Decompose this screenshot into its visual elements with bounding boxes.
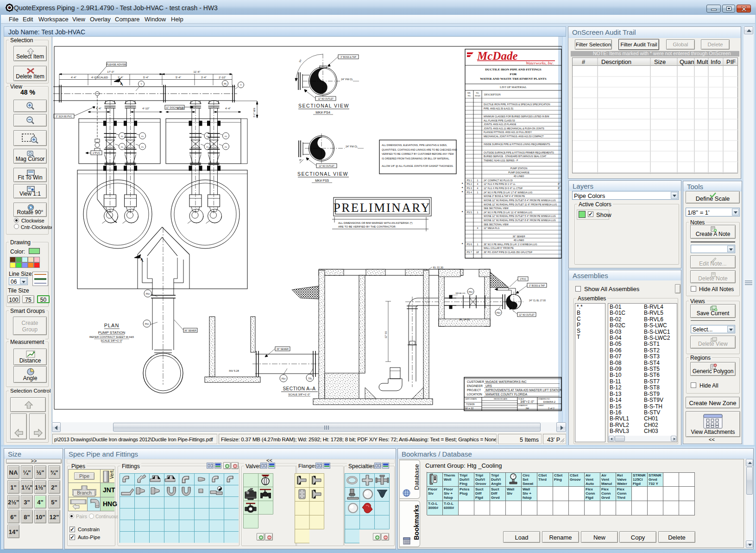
svg-text:PS?: PS? <box>146 293 150 296</box>
svg-text:REQD: REQD <box>475 95 480 97</box>
svg-text:4'-4": 4'-4" <box>96 107 101 110</box>
svg-text:4'-0"SCALED: 4'-0"SCALED <box>91 76 108 79</box>
svg-text:12" MJ OUTLET: 12" MJ OUTLET <box>519 314 535 316</box>
svg-text:12" SS: 12" SS <box>384 331 387 338</box>
svg-text:*: * <box>462 242 463 246</box>
svg-text:REVISION DATE: REVISION DATE <box>494 398 508 400</box>
svg-text:12" MEGA FLG: 12" MEGA FLG <box>484 227 499 229</box>
svg-text:MECHANICAL JOINT FITTINGS: ANS: MECHANICAL JOINT FITTINGS: ANSI A21.53 C… <box>484 135 544 138</box>
svg-text:7/29/09: 7/29/09 <box>466 403 474 406</box>
svg-text:2'-10": 2'-10" <box>219 76 226 79</box>
svg-text:*: * <box>462 210 463 214</box>
svg-text:JOINTS: ANSI A21.15 FLANGE: JOINTS: ANSI A21.15 FLANGE <box>484 123 517 126</box>
svg-text:PS 3: PS 3 <box>467 187 472 190</box>
svg-text:IS ORDERED FROM THIS DRAWING O: IS ORDERED FROM THIS DRAWING OR BILL OF … <box>382 157 450 160</box>
svg-text:17'-0": 17'-0" <box>107 70 114 73</box>
svg-text:MEGA LUG: MEGA LUG <box>456 292 466 294</box>
svg-text:1: 1 <box>477 191 479 194</box>
svg-text:PS?: PS? <box>469 291 473 294</box>
svg-text:24" MJ X PE PIPE DI LAY 17'-8": 24" MJ X PE PIPE DI LAY 17'-8" W/MEGA LU… <box>484 191 533 194</box>
svg-text:?: ? <box>141 83 142 86</box>
svg-text:1"PVC: 1"PVC <box>520 278 527 280</box>
svg-text:NO.: NO. <box>476 92 479 94</box>
svg-text:PS 6: PS 6 <box>467 243 472 246</box>
svg-text:5'-4": 5'-4" <box>143 76 149 79</box>
svg-text:P5: P5 <box>121 135 124 138</box>
svg-text:PRELIMINARY: PRELIMINARY <box>334 201 431 215</box>
svg-text:PUMP STATION: PUMP STATION <box>98 331 126 335</box>
svg-text:12" MJ OUTLET: 12" MJ OUTLET <box>319 165 334 167</box>
svg-text:SECTION A–A: SECTION A–A <box>283 386 315 391</box>
svg-text:PLEASE ADVISE: PLEASE ADVISE <box>107 63 126 66</box>
svg-text:24" FM CL: 24" FM CL <box>346 145 358 148</box>
svg-text:McDade: McDade <box>477 50 517 62</box>
svg-text:3" BOSS & TAP: 3" BOSS & TAP <box>340 56 356 58</box>
svg-text:W/ONE 12" MJ RADIAL PIPE OUTLE: W/ONE 12" MJ RADIAL PIPE OUTLET 5'-4" FR… <box>484 215 556 217</box>
svg-text:DESCRIPTION: DESCRIPTION <box>484 93 501 96</box>
svg-text:PS 7: PS 7 <box>467 251 472 254</box>
svg-text:4'-10": 4'-10" <box>177 107 184 110</box>
svg-text:P: P <box>558 183 560 185</box>
svg-text:A: A <box>140 258 143 261</box>
svg-text:MK# PS4: MK# PS4 <box>315 110 330 114</box>
svg-text:INV 5.28: INV 5.28 <box>229 369 239 372</box>
svg-text:2 of 2: 2 of 2 <box>548 407 554 410</box>
svg-text:3'-4": 3'-4" <box>201 76 207 79</box>
svg-text:P5: P5 <box>121 146 124 148</box>
svg-text:DUCTILE IRON PIPE, FITTINGS &: DUCTILE IRON PIPE, FITTINGS & SPECIALS S… <box>484 103 550 106</box>
svg-text:NO.: NO. <box>467 95 471 97</box>
svg-text:INSIDE SURFACE PIPE & FITTINGS: INSIDE SURFACE PIPE & FITTINGS LINING RE… <box>484 143 550 146</box>
svg-text:PS?: PS? <box>497 312 501 315</box>
svg-text:PS?: PS? <box>145 323 149 326</box>
svg-text:PLAN: PLAN <box>104 323 120 328</box>
svg-text:W/ONE 12" MJ RADIAL PIPE OUTLE: W/ONE 12" MJ RADIAL PIPE OUTLET 8'-4" FR… <box>484 199 556 202</box>
svg-text:ENGINEER: ENGINEER <box>467 384 483 388</box>
svg-text:REFER CONTRACT SHEET M-4&5: REFER CONTRACT SHEET M-4&5 <box>89 336 134 338</box>
svg-text:WATER AND WASTE TREATMENT: WATER AND WASTE TREATMENT PLANTS <box>480 77 546 81</box>
svg-text:?: ? <box>240 84 242 87</box>
svg-text:OUTSIDE SURFACE PIPE & FITTING: OUTSIDE SURFACE PIPE & FITTINGS PRIMER R… <box>484 151 554 154</box>
svg-text:4'-10": 4'-10" <box>142 107 149 110</box>
svg-text:SECTIONAL VIEW: SECTIONAL VIEW <box>297 171 348 177</box>
svg-text:SEE SECTIONAL VIEW: SEE SECTIONAL VIEW <box>484 207 509 210</box>
svg-text:4D LINED: 4D LINED <box>514 239 524 242</box>
svg-text:WALL COLLAR 6" FROM PE: WALL COLLAR 6" FROM PE <box>484 247 514 249</box>
svg-text:126: 126 <box>308 377 312 380</box>
svg-text:1: 1 <box>477 243 479 246</box>
svg-text:SCALE 3/8"=1'-0": SCALE 3/8"=1'-0" <box>288 393 310 396</box>
svg-text:A: A <box>120 82 122 85</box>
svg-text:JOINTS: ANSI A21.11 MECHANICAL: JOINTS: ANSI A21.11 MECHANICAL & PUSH-ON… <box>484 127 545 130</box>
svg-text:SECTIONAL VIEW: SECTIONAL VIEW <box>298 103 349 108</box>
svg-text:12" FLG X PE PIPE DI 6'-8" LL: 12" FLG X PE PIPE DI 6'-8" LL CTSIF <box>484 187 523 190</box>
svg-text:PS 4: PS 4 <box>467 191 472 194</box>
svg-text:12" MJ OUTLET: 12" MJ OUTLET <box>318 98 334 100</box>
svg-text:36" SEWER: 36" SEWER <box>512 235 525 238</box>
svg-text:MK.: MK. <box>467 92 471 94</box>
svg-text:3" SCH 80 PVC: 3" SCH 80 PVC <box>56 115 72 118</box>
svg-text:P: P <box>558 187 560 190</box>
svg-text:IMPROVEMENTS AT TARA #20 MASTE: IMPROVEMENTS AT TARA #20 MASTER LIFT STA… <box>485 388 562 392</box>
svg-text:VERIFIED TO BE CORRECT BY CUST: VERIFIED TO BE CORRECT BY CUSTOMER BEFOR… <box>382 153 454 155</box>
svg-text:36" SEWER: 36" SEWER <box>277 348 289 350</box>
svg-text:36" MJ X PE WALL PIPE DI LAY 2: 36" MJ X PE WALL PIPE DI LAY 2'-0 W/MEGA… <box>484 243 537 246</box>
svg-text:PS 2: PS 2 <box>467 183 472 185</box>
svg-text:ALL DIMENSIONS, ELEVATIONS, P: ALL DIMENSIONS, ELEVATIONS, PIPE LENGTHS… <box>382 144 447 146</box>
svg-text:P5: P5 <box>141 146 144 148</box>
svg-text:QUANTITIES, COATINGS AND LININ: QUANTITIES, COATINGS AND LININGS ARE TO … <box>382 148 457 151</box>
svg-text:BURIED SERVICE - STANDARD BITU: BURIED SERVICE - STANDARD BITUMINOUS SEA… <box>484 155 546 158</box>
svg-text:URS: URS <box>485 384 492 388</box>
svg-text:24" CL EL 17.00: 24" CL EL 17.00 <box>529 299 546 302</box>
svg-text:*: * <box>462 186 463 190</box>
svg-text:18': 18' <box>476 251 479 254</box>
svg-text:P5: P5 <box>225 146 227 148</box>
svg-text:DRAWN BY: DRAWN BY <box>518 405 528 407</box>
svg-text:4'-4": 4'-4" <box>225 107 231 110</box>
svg-text:3'-0" MIN: 3'-0" MIN <box>253 108 256 117</box>
svg-text:CUSTOMER: CUSTOMER <box>467 380 484 383</box>
svg-text:McDADE WATERWORKS INC: McDADE WATERWORKS INC <box>485 380 527 383</box>
svg-text:PUMP DISCHARGE: PUMP DISCHARGE <box>508 171 529 174</box>
svg-text:3" BOSS & TAP: 3" BOSS & TAP <box>529 285 545 287</box>
svg-text:W/ONE 3" BOSS & TAP 4'-4" FROM: W/ONE 3" BOSS & TAP 4'-4" FROM PE <box>484 195 525 197</box>
svg-text:P5: P5 <box>141 135 144 138</box>
svg-text:*: * <box>462 182 463 185</box>
